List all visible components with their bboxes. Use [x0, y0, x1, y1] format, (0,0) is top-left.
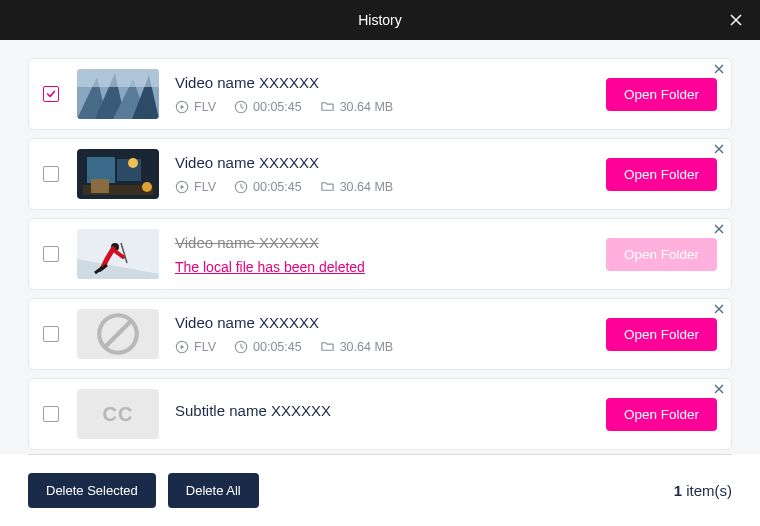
open-folder-button[interactable]: Open Folder — [606, 158, 717, 191]
selection-count: 1 item(s) — [674, 482, 732, 499]
row-checkbox[interactable] — [43, 86, 59, 102]
meta-size: 30.64 MB — [320, 339, 394, 354]
close-icon — [713, 63, 725, 75]
check-icon — [46, 89, 56, 99]
count-suffix: item(s) — [682, 482, 732, 499]
meta-format: FLV — [175, 100, 216, 114]
close-button[interactable] — [728, 12, 744, 28]
row-remove-button[interactable] — [713, 383, 725, 395]
meta-duration: 00:05:45 — [234, 100, 302, 114]
meta-duration: 00:05:45 — [234, 340, 302, 354]
row-thumbnail — [77, 309, 159, 359]
window-title: History — [358, 12, 402, 28]
row-info: Video name XXXXXXFLV00:05:4530.64 MB — [175, 154, 606, 194]
play-circle-icon — [175, 180, 189, 194]
meta-format: FLV — [175, 180, 216, 194]
clock-icon — [234, 100, 248, 114]
row-info: Subtitle name XXXXXX — [175, 402, 606, 427]
size-label: 30.64 MB — [340, 100, 394, 114]
close-icon — [728, 12, 744, 28]
svg-point-11 — [128, 158, 138, 168]
svg-rect-5 — [77, 69, 159, 87]
count-number: 1 — [674, 482, 682, 499]
svg-line-22 — [106, 322, 131, 347]
open-folder-button[interactable]: Open Folder — [606, 398, 717, 431]
history-list: Video name XXXXXXFLV00:05:4530.64 MBOpen… — [0, 40, 760, 454]
play-circle-icon — [175, 340, 189, 354]
row-title: Subtitle name XXXXXX — [175, 402, 606, 419]
row-checkbox[interactable] — [43, 166, 59, 182]
size-label: 30.64 MB — [340, 340, 394, 354]
row-meta: FLV00:05:4530.64 MB — [175, 339, 606, 354]
no-entry-icon — [77, 309, 159, 359]
svg-rect-13 — [91, 179, 109, 193]
format-label: FLV — [194, 100, 216, 114]
row-meta: FLV00:05:4530.64 MB — [175, 179, 606, 194]
meta-size: 30.64 MB — [320, 179, 394, 194]
row-remove-button[interactable] — [713, 63, 725, 75]
row-remove-button[interactable] — [713, 303, 725, 315]
row-remove-button[interactable] — [713, 223, 725, 235]
row-title: Video name XXXXXX — [175, 234, 606, 251]
delete-selected-button[interactable]: Delete Selected — [28, 473, 156, 508]
close-icon — [713, 143, 725, 155]
clock-icon — [234, 340, 248, 354]
window-header: History — [0, 0, 760, 40]
close-icon — [713, 303, 725, 315]
row-thumbnail: CC — [77, 389, 159, 439]
footer-bar: Delete Selected Delete All 1 item(s) — [28, 454, 732, 526]
folder-icon — [320, 99, 335, 114]
row-thumbnail — [77, 69, 159, 119]
history-row: CCSubtitle name XXXXXXOpen Folder — [28, 378, 732, 450]
cc-icon: CC — [103, 403, 134, 426]
folder-icon — [320, 339, 335, 354]
open-folder-button: Open Folder — [606, 238, 717, 271]
row-info: Video name XXXXXXFLV00:05:4530.64 MB — [175, 314, 606, 354]
history-row: Video name XXXXXXThe local file has been… — [28, 218, 732, 290]
row-meta: FLV00:05:4530.64 MB — [175, 99, 606, 114]
open-folder-button[interactable]: Open Folder — [606, 78, 717, 111]
history-row: Video name XXXXXXFLV00:05:4530.64 MBOpen… — [28, 58, 732, 130]
row-title: Video name XXXXXX — [175, 74, 606, 91]
clock-icon — [234, 180, 248, 194]
row-title: Video name XXXXXX — [175, 154, 606, 171]
close-icon — [713, 383, 725, 395]
row-checkbox[interactable] — [43, 246, 59, 262]
close-icon — [713, 223, 725, 235]
format-label: FLV — [194, 340, 216, 354]
folder-icon — [320, 179, 335, 194]
row-thumbnail — [77, 229, 159, 279]
history-row: Video name XXXXXXFLV00:05:4530.64 MBOpen… — [28, 138, 732, 210]
row-info: Video name XXXXXXThe local file has been… — [175, 234, 606, 275]
history-row: Video name XXXXXXFLV00:05:4530.64 MBOpen… — [28, 298, 732, 370]
meta-format: FLV — [175, 340, 216, 354]
delete-all-button[interactable]: Delete All — [168, 473, 259, 508]
duration-label: 00:05:45 — [253, 180, 302, 194]
size-label: 30.64 MB — [340, 180, 394, 194]
deleted-message[interactable]: The local file has been deleted — [175, 259, 606, 275]
meta-duration: 00:05:45 — [234, 180, 302, 194]
meta-size: 30.64 MB — [320, 99, 394, 114]
duration-label: 00:05:45 — [253, 100, 302, 114]
row-title: Video name XXXXXX — [175, 314, 606, 331]
play-circle-icon — [175, 100, 189, 114]
row-checkbox[interactable] — [43, 406, 59, 422]
open-folder-button[interactable]: Open Folder — [606, 318, 717, 351]
row-checkbox[interactable] — [43, 326, 59, 342]
row-info: Video name XXXXXXFLV00:05:4530.64 MB — [175, 74, 606, 114]
duration-label: 00:05:45 — [253, 340, 302, 354]
row-remove-button[interactable] — [713, 143, 725, 155]
row-thumbnail — [77, 149, 159, 199]
svg-point-14 — [142, 182, 152, 192]
format-label: FLV — [194, 180, 216, 194]
